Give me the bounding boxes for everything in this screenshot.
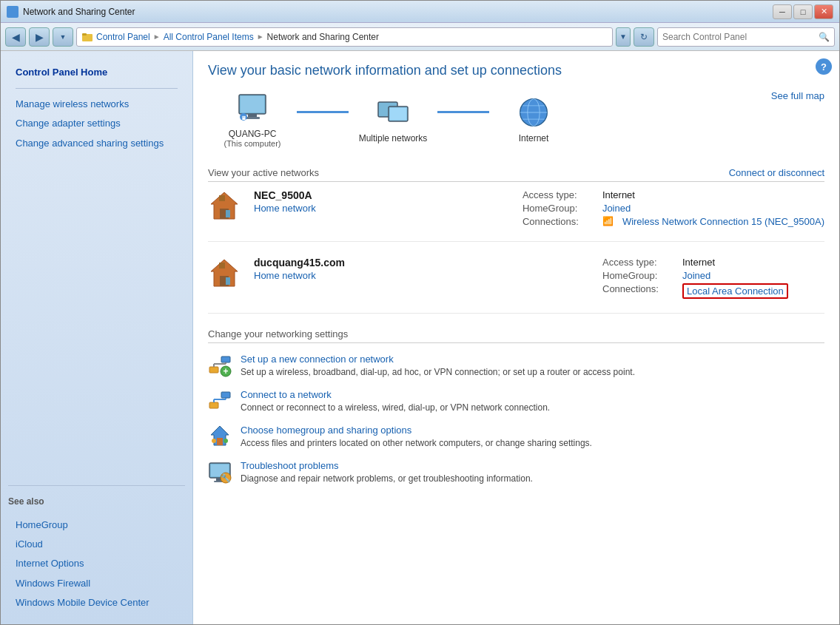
ducquang-network-info: ducquang415.com Home network	[254, 257, 602, 281]
main-container: Control Panel Home Manage wireless netwo…	[1, 51, 839, 624]
main-window: Network and Sharing Center ─ □ ✕ ◀ ▶ ▼ C…	[0, 0, 840, 625]
ducquang-connections-label: Connections:	[602, 283, 676, 299]
svg-rect-22	[226, 277, 230, 285]
nec-connection-link[interactable]: Wireless Network Connection 15 (NEC_9500…	[622, 216, 824, 227]
homegroup-sharing-link[interactable]: Choose homegroup and sharing options	[241, 425, 824, 436]
troubleshoot-link[interactable]: Troubleshoot problems	[241, 460, 824, 471]
recent-pages-button[interactable]: ▼	[53, 27, 73, 47]
window-icon	[7, 6, 19, 18]
breadcrumb-sep-2: ►	[257, 33, 264, 41]
ducquang-connections-row: Connections: Local Area Connection	[602, 283, 824, 299]
line-segment-1	[297, 111, 349, 113]
sidebar-item-change-advanced-sharing[interactable]: Change advanced sharing settings	[8, 134, 185, 153]
active-networks-label: View your active networks	[208, 167, 319, 178]
svg-rect-1	[82, 33, 87, 36]
line-segment-2	[437, 111, 489, 113]
nec-access-type-row: Access type: Internet	[523, 189, 824, 200]
network-node-internet: Internet	[489, 95, 578, 143]
sidebar-item-windows-mobile[interactable]: Windows Mobile Device Center	[8, 593, 185, 612]
sidebar-divider-1	[16, 88, 178, 89]
nec-homegroup-label: HomeGroup:	[523, 203, 597, 214]
setting-item-troubleshoot: 🔧 Troubleshoot problems Diagnose and rep…	[208, 460, 824, 484]
new-connection-text: Set up a new connection or network Set u…	[241, 354, 824, 377]
breadcrumb-control-panel[interactable]: Control Panel	[96, 32, 150, 42]
homegroup-sharing-text: Choose homegroup and sharing options Acc…	[241, 425, 824, 448]
troubleshoot-text: Troubleshoot problems Diagnose and repai…	[241, 460, 824, 484]
ducquang-network-icon	[208, 257, 243, 292]
sidebar-item-manage-wireless[interactable]: Manage wireless networks	[8, 95, 185, 114]
see-full-map-link[interactable]: See full map	[771, 90, 824, 101]
change-settings-label: Change your networking settings	[208, 328, 348, 339]
homegroup-sharing-icon	[208, 425, 232, 448]
sidebar-main-section: Control Panel Home Manage wireless netwo…	[1, 58, 192, 158]
refresh-button[interactable]: ↻	[634, 27, 654, 47]
help-button[interactable]: ?	[816, 58, 832, 75]
breadcrumb-current: Network and Sharing Center	[267, 32, 379, 42]
new-connection-link[interactable]: Set up a new connection or network	[241, 354, 824, 365]
sidebar: Control Panel Home Manage wireless netwo…	[1, 51, 193, 624]
maximize-button[interactable]: □	[793, 4, 813, 19]
computer-node-label: QUANG-PC	[229, 129, 277, 139]
globe-icon	[516, 95, 551, 130]
internet-node-label: Internet	[519, 133, 549, 143]
svg-rect-10	[390, 108, 406, 120]
nec-access-label: Access type:	[523, 189, 597, 200]
nec-homegroup-row: HomeGroup: Joined	[523, 203, 824, 214]
globe-svg-icon	[517, 96, 550, 129]
connect-network-link[interactable]: Connect to a network	[241, 389, 824, 400]
setting-item-homegroup-sharing: Choose homegroup and sharing options Acc…	[208, 425, 824, 448]
nec-access-value: Internet	[602, 189, 635, 200]
sidebar-item-windows-firewall[interactable]: Windows Firewall	[8, 574, 185, 593]
sidebar-divider-2	[8, 485, 185, 486]
svg-text:+: +	[223, 366, 228, 376]
nec-network-details: Access type: Internet HomeGroup: Joined …	[523, 189, 824, 229]
connect-network-desc: Connect or reconnect to a wireless, wire…	[241, 402, 550, 413]
ducquang-homegroup-row: HomeGroup: Joined	[602, 270, 824, 281]
new-connection-icon: +	[208, 354, 232, 377]
nec-connections-label: Connections:	[523, 216, 597, 227]
sidebar-item-control-panel-home[interactable]: Control Panel Home	[8, 63, 185, 82]
network-node-multi: Multiple networks	[349, 95, 437, 143]
sidebar-item-icloud[interactable]: iCloud	[8, 535, 185, 554]
homegroup-svg	[208, 425, 232, 448]
multi-network-svg	[375, 95, 411, 130]
sidebar-see-also-section: HomeGroup iCloud Internet Options Window…	[1, 511, 192, 617]
sidebar-item-change-adapter[interactable]: Change adapter settings	[8, 114, 185, 133]
ducquang-network-type[interactable]: Home network	[254, 270, 602, 281]
sidebar-item-internet-options[interactable]: Internet Options	[8, 554, 185, 573]
search-icon[interactable]: 🔍	[819, 32, 830, 42]
network-row-ducquang: ducquang415.com Home network Access type…	[208, 257, 824, 314]
nec-network-type[interactable]: Home network	[254, 203, 523, 214]
svg-text:🔧: 🔧	[221, 473, 231, 483]
title-bar: Network and Sharing Center ─ □ ✕	[1, 1, 839, 23]
ducquang-access-label: Access type:	[602, 257, 676, 268]
svg-rect-32	[221, 392, 230, 398]
window-title: Network and Sharing Center	[23, 7, 135, 17]
forward-button[interactable]: ▶	[29, 27, 50, 47]
back-button[interactable]: ◀	[5, 27, 26, 47]
network-row-nec9500a: NEC_9500A Home network Access type: Inte…	[208, 189, 824, 242]
active-networks-header: View your active networks Connect or dis…	[208, 167, 824, 182]
close-button[interactable]: ✕	[814, 4, 833, 19]
nec-network-icon	[208, 189, 243, 225]
breadcrumb-dropdown-button[interactable]: ▼	[616, 27, 631, 47]
breadcrumb-all-items[interactable]: All Control Panel Items	[164, 32, 254, 42]
new-connection-svg: +	[208, 354, 232, 377]
connect-network-icon	[208, 389, 232, 413]
house-icon-nec	[208, 189, 241, 222]
search-input[interactable]	[662, 32, 816, 42]
ducquang-homegroup-value[interactable]: Joined	[682, 270, 710, 281]
nec-homegroup-value[interactable]: Joined	[602, 203, 631, 214]
folder-icon	[81, 31, 93, 43]
connect-or-disconnect-link[interactable]: Connect or disconnect	[729, 167, 824, 178]
network-diagram: See full map 🖥	[208, 90, 824, 155]
diagram-line-2	[437, 111, 489, 113]
sidebar-item-homegroup[interactable]: HomeGroup	[8, 516, 185, 535]
nec-network-name: NEC_9500A	[254, 189, 523, 201]
minimize-button[interactable]: ─	[773, 4, 792, 19]
ducquang-access-type-row: Access type: Internet	[602, 257, 824, 268]
connect-network-svg	[208, 389, 232, 413]
new-connection-desc: Set up a wireless, broadband, dial-up, a…	[241, 367, 635, 377]
local-area-connection-link[interactable]: Local Area Connection	[682, 283, 788, 299]
address-bar: ◀ ▶ ▼ Control Panel ► All Control Panel …	[1, 23, 839, 51]
